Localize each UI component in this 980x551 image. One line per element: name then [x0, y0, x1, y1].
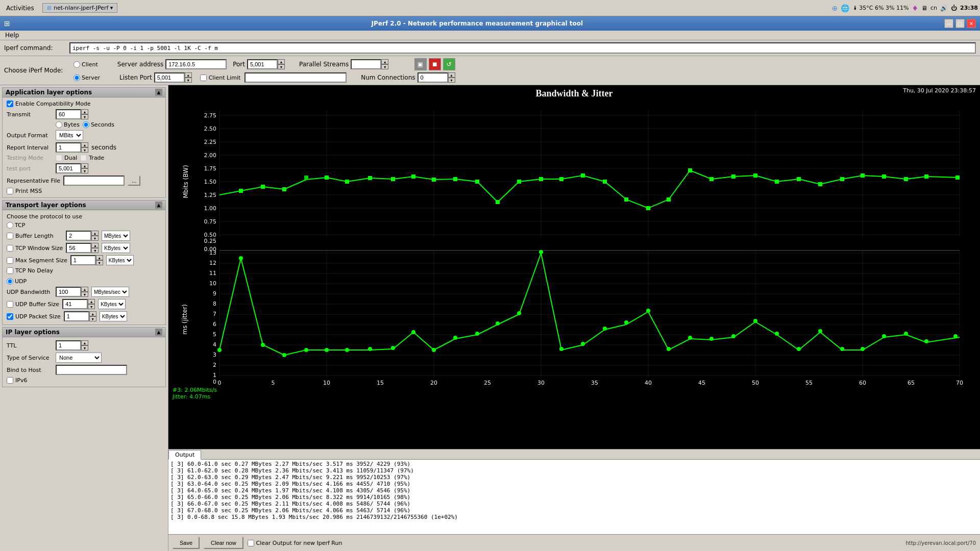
client-radio-label[interactable]: Client — [74, 61, 98, 68]
compat-mode-checkbox[interactable] — [7, 101, 13, 107]
report-interval-input[interactable] — [56, 142, 81, 153]
transmit-input[interactable] — [56, 109, 81, 119]
ipv6-checkbox[interactable] — [7, 377, 13, 384]
ub-down[interactable]: ▼ — [81, 292, 88, 297]
tcp-nodelay-row[interactable]: TCP No Delay — [7, 267, 161, 274]
icon-stop[interactable]: ⏹ — [429, 58, 441, 70]
transmit-up[interactable]: ▲ — [81, 109, 88, 114]
port-down[interactable]: ▼ — [278, 64, 285, 69]
tcp-win-checkbox[interactable] — [7, 245, 13, 252]
icon-play[interactable]: ▣ — [414, 58, 427, 70]
ttl-input[interactable] — [56, 340, 81, 350]
maximize-btn[interactable]: □ — [955, 19, 965, 28]
rep-file-input[interactable] — [63, 176, 125, 186]
ms-down[interactable]: ▼ — [96, 260, 103, 265]
save-button[interactable]: Save — [173, 537, 200, 549]
seconds-radio[interactable] — [83, 121, 89, 128]
udp-buf-unit[interactable]: KBytes — [98, 299, 126, 309]
app-layer-collapse[interactable]: ▲ — [155, 89, 162, 96]
listen-port-input[interactable] — [154, 72, 185, 83]
num-conn-down[interactable]: ▼ — [448, 78, 455, 83]
upkt-up[interactable]: ▲ — [89, 311, 96, 316]
ri-down[interactable]: ▼ — [81, 147, 88, 153]
icon-refresh[interactable]: ↺ — [443, 58, 455, 70]
max-seg-checkbox[interactable] — [7, 257, 13, 264]
tray-power[interactable]: ⏻ — [951, 5, 957, 12]
client-limit-input[interactable] — [244, 72, 347, 83]
dual-checkbox[interactable] — [56, 155, 62, 161]
udp-buf-check[interactable]: UDP Buffer Size — [7, 301, 59, 308]
bl-up[interactable]: ▲ — [91, 231, 99, 236]
buf-len-unit[interactable]: MBytesKBytes — [102, 231, 130, 241]
help-menu[interactable]: Help — [2, 31, 22, 40]
browse-btn[interactable]: ... — [128, 176, 140, 186]
output-content[interactable]: [ 3] 60.0-61.0 sec 0.27 MBytes 2.27 Mbit… — [168, 460, 980, 534]
tray-icon-1[interactable]: ⊕ — [832, 4, 838, 12]
buf-len-checkbox[interactable] — [7, 233, 13, 239]
parallel-down[interactable]: ▼ — [381, 64, 388, 69]
udp-pkt-check[interactable]: UDP Packet Size — [7, 313, 61, 320]
bytes-radio-label[interactable]: Bytes — [56, 121, 80, 128]
tray-icon-purple[interactable]: ♦ — [912, 4, 918, 12]
transport-layer-collapse[interactable]: ▲ — [155, 202, 162, 209]
tp-down[interactable]: ▼ — [81, 168, 88, 173]
server-radio[interactable] — [74, 74, 80, 81]
udp-pkt-unit[interactable]: KBytes — [100, 311, 127, 321]
ubuf-up[interactable]: ▲ — [88, 299, 95, 304]
udp-radio-label[interactable]: UDP — [7, 278, 161, 285]
ttl-up[interactable]: ▲ — [81, 340, 88, 345]
udp-bw-input[interactable] — [56, 287, 81, 297]
udp-pkt-input[interactable] — [64, 311, 89, 321]
buf-len-check[interactable]: Buffer Length — [7, 233, 63, 239]
transmit-down[interactable]: ▼ — [81, 114, 88, 119]
num-conn-up[interactable]: ▲ — [448, 72, 455, 78]
close-btn[interactable]: ✕ — [967, 19, 976, 28]
ipv6-row[interactable]: IPv6 — [7, 377, 161, 384]
tos-select[interactable]: None — [56, 353, 102, 363]
tray-sound[interactable]: 🔊 — [940, 5, 948, 12]
buf-len-input[interactable] — [66, 231, 91, 241]
parallel-input[interactable] — [351, 59, 381, 69]
activities-btn[interactable]: Activities — [2, 4, 38, 13]
udp-radio[interactable] — [7, 278, 13, 285]
tw-down[interactable]: ▼ — [91, 248, 99, 253]
tray-icon-2[interactable]: 🌐 — [841, 4, 849, 12]
parallel-up[interactable]: ▲ — [381, 59, 388, 64]
server-radio-label[interactable]: Server — [74, 74, 100, 81]
clear-on-run-check[interactable]: Clear Output for new Iperf Run — [248, 540, 342, 546]
max-seg-input[interactable] — [70, 255, 96, 265]
dual-check[interactable]: Dual — [56, 155, 77, 161]
max-seg-check[interactable]: Max Segment Size — [7, 257, 67, 264]
clear-on-run-checkbox[interactable] — [248, 540, 254, 546]
tcp-win-check[interactable]: TCP Window Size — [7, 245, 63, 252]
print-mss-row[interactable]: Print MSS — [7, 188, 161, 194]
tp-up[interactable]: ▲ — [81, 163, 88, 168]
print-mss-checkbox[interactable] — [7, 188, 13, 194]
udp-bw-unit[interactable]: MBytes/secKBytes/sec — [91, 287, 129, 297]
ri-up[interactable]: ▲ — [81, 142, 88, 147]
listen-up[interactable]: ▲ — [185, 72, 192, 78]
tray-icon-monitor[interactable]: 🖥 — [921, 5, 927, 12]
output-format-select[interactable]: MBitsKBitsBytes — [56, 130, 83, 140]
num-conn-input[interactable] — [418, 72, 448, 83]
trade-check[interactable]: Trade — [80, 155, 104, 161]
tcp-radio[interactable] — [7, 222, 13, 229]
listen-down[interactable]: ▼ — [185, 78, 192, 83]
tcp-nodelay-checkbox[interactable] — [7, 267, 13, 274]
tcp-radio-label[interactable]: TCP — [7, 222, 161, 229]
client-radio[interactable] — [74, 61, 80, 68]
tcp-win-unit[interactable]: KBytesMBytes — [102, 243, 130, 253]
ttl-down[interactable]: ▼ — [81, 345, 88, 350]
tw-up[interactable]: ▲ — [91, 243, 99, 248]
max-seg-unit[interactable]: KBytes — [106, 255, 134, 265]
client-limit-checkbox[interactable] — [200, 74, 207, 81]
clear-now-button[interactable]: Clear now — [204, 537, 243, 549]
test-port-input[interactable] — [56, 163, 81, 173]
port-input[interactable] — [247, 59, 278, 69]
udp-buf-checkbox[interactable] — [7, 301, 13, 308]
output-tab[interactable]: Output — [168, 450, 201, 460]
udp-pkt-checkbox[interactable] — [7, 313, 13, 320]
client-limit-check[interactable]: Client Limit — [200, 74, 241, 81]
app-taskbar-btn[interactable]: ⊞ net-nlanr-jperf-JPerf ▾ — [42, 3, 118, 13]
ms-up[interactable]: ▲ — [96, 255, 103, 260]
